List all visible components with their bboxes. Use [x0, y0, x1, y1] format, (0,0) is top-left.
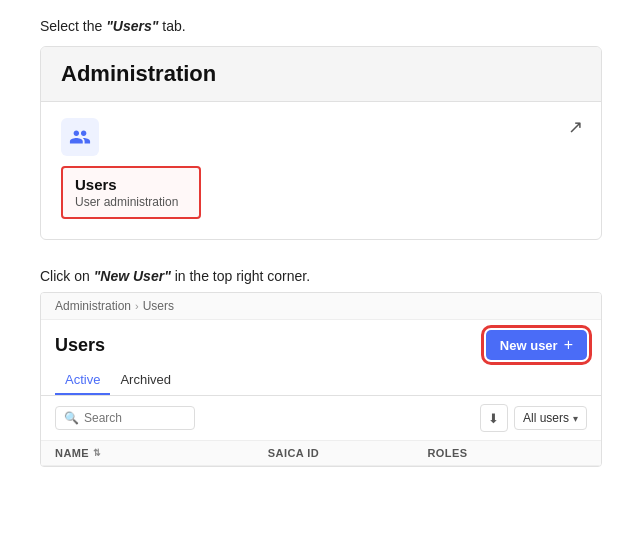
tabs-row: Active Archived [41, 366, 601, 396]
breadcrumb-part2: Users [143, 299, 174, 313]
users-card[interactable]: Users User administration [61, 166, 201, 219]
breadcrumb-part1: Administration [55, 299, 131, 313]
breadcrumb-separator: › [135, 300, 139, 312]
column-roles: ROLES [427, 447, 587, 459]
instruction-bottom-highlight: "New User" [94, 268, 171, 284]
column-saica-id: SAICA ID [268, 447, 428, 459]
admin-header: Administration [41, 47, 601, 102]
users-svg-icon [69, 126, 91, 148]
sort-icon: ⇅ [93, 448, 101, 458]
instruction-top-text: Select the "Users" tab. [40, 18, 186, 34]
users-page-header: Users New user + [41, 320, 601, 366]
admin-panel: Administration ↗ Users User administrati… [40, 46, 602, 240]
table-header: NAME ⇅ SAICA ID ROLES [41, 441, 601, 466]
search-box: 🔍 [55, 406, 195, 430]
search-right-controls: ⬇ All users ▾ [480, 404, 587, 432]
search-input[interactable] [84, 411, 186, 425]
instruction-highlight: "Users" [106, 18, 158, 34]
users-page: Administration › Users Users New user + … [40, 292, 602, 467]
breadcrumb: Administration › Users [41, 293, 601, 320]
admin-body: ↗ Users User administration [41, 102, 601, 239]
plus-icon: + [564, 337, 573, 353]
expand-arrow-icon: ↗ [568, 116, 583, 138]
search-row: 🔍 ⬇ All users ▾ [41, 396, 601, 441]
users-card-subtitle: User administration [75, 195, 187, 209]
all-users-label: All users [523, 411, 569, 425]
new-user-button[interactable]: New user + [486, 330, 587, 360]
new-user-label: New user [500, 338, 558, 353]
users-icon [61, 118, 99, 156]
search-icon: 🔍 [64, 411, 79, 425]
users-page-title: Users [55, 335, 105, 356]
admin-title: Administration [61, 61, 581, 87]
instruction-top: Select the "Users" tab. [0, 0, 642, 46]
download-button[interactable]: ⬇ [480, 404, 508, 432]
all-users-filter-button[interactable]: All users ▾ [514, 406, 587, 430]
users-card-title: Users [75, 176, 187, 193]
chevron-down-icon: ▾ [573, 413, 578, 424]
download-icon: ⬇ [488, 411, 499, 426]
column-name: NAME ⇅ [55, 447, 268, 459]
instruction-bottom: Click on "New User" in the top right cor… [0, 268, 642, 292]
tab-archived[interactable]: Archived [110, 366, 181, 395]
instruction-bottom-text: Click on "New User" in the top right cor… [40, 268, 310, 284]
tab-active[interactable]: Active [55, 366, 110, 395]
